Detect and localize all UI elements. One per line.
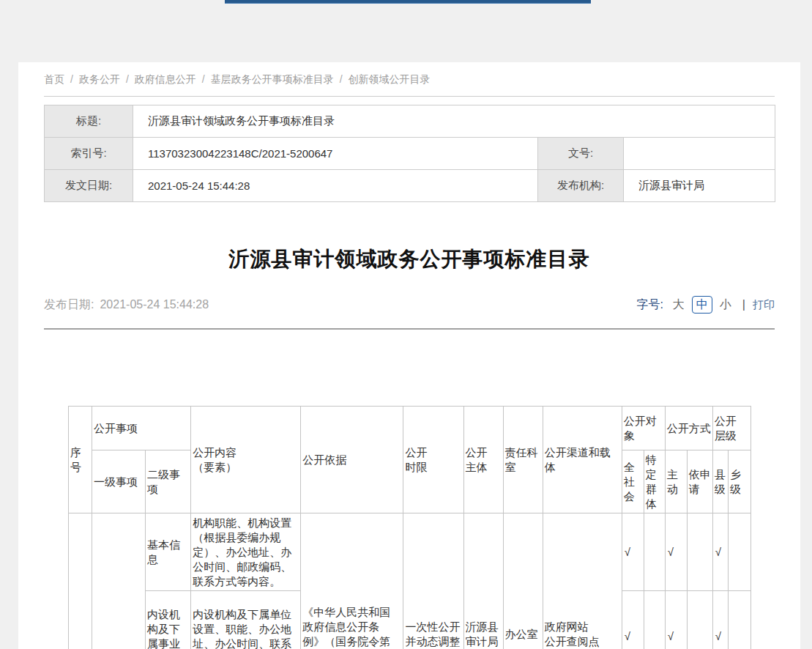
- breadcrumb-item-chuangxin[interactable]: 创新领域公开目录: [349, 73, 431, 85]
- td-level2: 内设机 构及下 属事业 单位: [146, 591, 191, 649]
- breadcrumb-item-zhengwu[interactable]: 政务公开: [79, 73, 120, 85]
- td-content: 内设机构及下属单位 设置、职能、办公地 址、办公时间、联系 方式、负责人姓名等: [191, 591, 301, 649]
- td-content: 机构职能、机构设置 （根据县委编办规 定）、办公地址、办 公时间、邮政编码、 联…: [191, 513, 301, 591]
- info-table: 标题: 沂源县审计领域政务公开事项标准目录 索引号: 1137032300422…: [44, 105, 775, 202]
- th-level1: 一级事项: [92, 450, 146, 513]
- info-row-title: 标题: 沂源县审计领域政务公开事项标准目录: [45, 105, 775, 138]
- th-matters: 公开事项: [92, 407, 191, 450]
- td-check-request: [687, 591, 712, 649]
- th-department: 责任科 室: [503, 407, 543, 513]
- td-check-county: √: [712, 513, 728, 591]
- td-check-town: [728, 591, 750, 649]
- th-level-town: 乡 级: [728, 450, 750, 513]
- meta-separator: |: [742, 297, 745, 313]
- header-row-1: 序 号 公开事项 公开内容 （要素） 公开依据 公开 时限 公开 主体 责任科 …: [69, 407, 751, 450]
- th-method-request: 依申 请: [687, 450, 712, 513]
- th-basis: 公开依据: [301, 407, 403, 513]
- th-method: 公开方式: [665, 407, 712, 450]
- td-basis: 《中华人民共和国 政府信息公开条 例》（国务院令第 711号）: [301, 513, 403, 649]
- breadcrumb: 首页/政务公开/政府信息公开/基层政务公开事项标准目录/创新领域公开目录: [44, 73, 775, 86]
- th-seq: 序 号: [69, 407, 92, 513]
- td-channel: 政府网站 公开查阅点: [543, 513, 622, 649]
- breadcrumb-separator: /: [340, 73, 343, 85]
- td-level2: 基本信 息: [146, 513, 191, 591]
- td-department: 办公室: [503, 513, 543, 649]
- td-check-county: √: [712, 591, 728, 649]
- td-check-request: [687, 513, 712, 591]
- breadcrumb-divider: [44, 96, 775, 97]
- font-size-small-button[interactable]: 小: [720, 297, 731, 313]
- td-check-town: [728, 513, 750, 591]
- td-check-active: √: [665, 591, 687, 649]
- publish-date-value: 2021-05-24 15:44:28: [100, 298, 209, 311]
- content-card: 首页/政务公开/政府信息公开/基层政务公开事项标准目录/创新领域公开目录 标题:…: [18, 62, 800, 649]
- article-divider: [44, 328, 775, 330]
- breadcrumb-separator: /: [202, 73, 205, 85]
- td-seq: [69, 513, 92, 649]
- td-check-active: √: [665, 513, 687, 591]
- td-check-specific: [644, 591, 665, 649]
- info-value-agency: 沂源县审计局: [624, 170, 775, 202]
- td-time-limit: 一次性公开 并动态调整: [403, 513, 463, 649]
- article-meta-row: 发布日期:2021-05-24 15:44:28 字号: 大 中 小 | 打印: [44, 296, 775, 314]
- info-row-index: 索引号: 11370323004223148C/2021-5200647 文号:: [45, 138, 775, 170]
- font-size-medium-button[interactable]: 中: [692, 296, 712, 314]
- table-row: 基本信 息 机构职能、机构设置 （根据县委编办规 定）、办公地址、办 公时间、邮…: [69, 513, 751, 591]
- th-content: 公开内容 （要素）: [191, 407, 301, 513]
- info-value-title: 沂源县审计领域政务公开事项标准目录: [133, 105, 775, 138]
- info-label-agency: 发布机构:: [538, 170, 624, 202]
- info-label-index: 索引号:: [45, 138, 133, 170]
- breadcrumb-item-home[interactable]: 首页: [44, 73, 64, 85]
- breadcrumb-separator: /: [70, 73, 73, 85]
- th-method-active: 主 动: [665, 450, 687, 513]
- th-level: 公开 层级: [712, 407, 750, 450]
- breadcrumb-separator: /: [126, 73, 129, 85]
- td-check-public: √: [622, 591, 644, 649]
- print-button[interactable]: 打印: [753, 297, 775, 313]
- th-level-county: 县 级: [712, 450, 728, 513]
- td-subject: 沂源县 审计局: [463, 513, 503, 649]
- td-check-public: √: [622, 513, 644, 591]
- topbar-accent: [225, 0, 591, 4]
- publish-date-label: 发布日期:: [44, 298, 94, 311]
- breadcrumb-item-jiceng[interactable]: 基层政务公开事项标准目录: [211, 73, 334, 85]
- info-value-docnum: [624, 138, 775, 170]
- info-value-index: 11370323004223148C/2021-5200647: [133, 138, 538, 170]
- td-level1: [92, 513, 146, 649]
- publish-date: 发布日期:2021-05-24 15:44:28: [44, 297, 209, 313]
- info-label-title: 标题:: [45, 105, 133, 138]
- font-size-label: 字号:: [636, 297, 663, 313]
- th-audience: 公开对 象: [622, 407, 665, 450]
- th-time-limit: 公开 时限: [403, 407, 463, 513]
- page-title: 沂源县审计领域政务公开事项标准目录: [44, 245, 775, 274]
- info-row-date: 发文日期: 2021-05-24 15:44:28 发布机构: 沂源县审计局: [45, 170, 775, 202]
- font-size-large-button[interactable]: 大: [673, 297, 685, 313]
- td-check-specific: [644, 513, 665, 591]
- th-subject: 公开 主体: [463, 407, 503, 513]
- font-size-control: 字号: 大 中 小 | 打印: [636, 296, 775, 314]
- catalog-table: 序 号 公开事项 公开内容 （要素） 公开依据 公开 时限 公开 主体 责任科 …: [68, 406, 751, 649]
- th-audience-specific: 特 定 群 体: [644, 450, 665, 513]
- th-channel: 公开渠道和载 体: [543, 407, 622, 513]
- breadcrumb-item-xinxi[interactable]: 政府信息公开: [135, 73, 196, 85]
- th-audience-public: 全社 会: [622, 450, 644, 513]
- info-value-date: 2021-05-24 15:44:28: [133, 170, 538, 202]
- info-label-date: 发文日期:: [45, 170, 133, 202]
- info-label-docnum: 文号:: [538, 138, 624, 170]
- th-level2: 二级事 项: [146, 450, 191, 513]
